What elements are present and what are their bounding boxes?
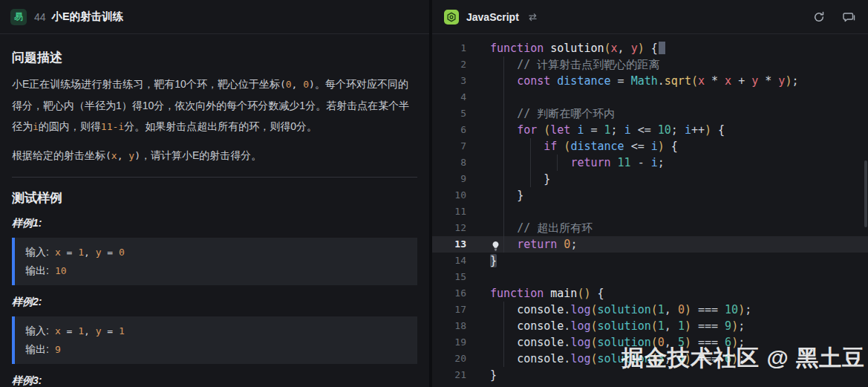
line-number: 6 <box>432 122 466 138</box>
code-row-5: 5 // 判断在哪个环内 <box>432 105 868 122</box>
sample-2-label: 样例2: <box>12 296 417 309</box>
code-line[interactable]: // 判断在哪个环内 <box>490 105 868 122</box>
difficulty-badge: 易 <box>10 9 27 25</box>
line-number: 14 <box>432 253 466 269</box>
editor-header: JavaScript <box>432 0 868 34</box>
problem-title: 小E的射击训练 <box>52 10 124 24</box>
sample-1-output: 输出:10 <box>25 261 407 280</box>
reset-code-icon[interactable] <box>810 8 828 26</box>
code-row-9: 9 } <box>432 171 868 187</box>
code-row-10: 10 } <box>432 187 868 204</box>
line-number: 16 <box>432 285 466 302</box>
description-heading: 问题描述 <box>12 49 417 66</box>
sample-2-input: 输入:x = 1, y = 1 <box>25 322 407 340</box>
sample-2-block: 输入:x = 1, y = 1 输出:9 <box>12 316 417 364</box>
javascript-icon <box>444 10 459 25</box>
line-number: 12 <box>432 220 466 236</box>
line-number: 15 <box>432 269 466 285</box>
code-line[interactable]: console.log(solution(1, 0) === 10); <box>490 302 868 318</box>
description-paragraph-2: 根据给定的射击坐标(x, y)，请计算小E的射击得分。 <box>12 145 417 166</box>
problem-description-area: 问题描述 小E正在训练场进行射击练习，靶有10个环，靶心位于坐标(0, 0)。每… <box>0 34 429 387</box>
code-row-4: 4 <box>432 89 868 105</box>
code-line[interactable] <box>490 89 868 105</box>
code-row-17: 17 console.log(solution(1, 0) === 10); <box>432 302 868 318</box>
code-row-11: 11 <box>432 204 868 220</box>
code-row-21: 21} <box>432 367 868 383</box>
editor-panel: JavaScript <box>432 0 868 387</box>
code-row-16: 16function main() { <box>432 285 868 302</box>
code-line[interactable]: } <box>490 253 868 269</box>
line-number: 17 <box>432 302 466 318</box>
line-number: 10 <box>432 187 466 204</box>
problem-header: 易 44 小E的射击训练 <box>0 0 429 34</box>
line-number: 7 <box>432 138 466 155</box>
sample-2-output: 输出:9 <box>25 340 407 359</box>
code-row-6: 6 for (let i = 1; i <= 10; i++) { <box>432 122 868 138</box>
section-divider <box>12 177 417 178</box>
code-line[interactable]: console.log(solution(3, 4) === 6); <box>490 351 868 367</box>
code-editor[interactable]: 1function solution(x, y) {2 // 计算射击点到靶心的… <box>432 34 868 387</box>
code-line[interactable]: } <box>490 367 868 383</box>
code-line[interactable]: console.log(solution(1, 1) === 9); <box>490 318 868 334</box>
code-row-13: 13 return 0; <box>432 236 868 253</box>
code-row-7: 7 if (distance <= i) { <box>432 138 868 155</box>
code-line[interactable] <box>490 269 868 285</box>
line-number: 3 <box>432 73 466 89</box>
language-selector[interactable]: JavaScript <box>466 11 519 23</box>
code-line[interactable]: function main() { <box>490 285 868 302</box>
code-row-8: 8 return 11 - i; <box>432 155 868 171</box>
line-number: 4 <box>432 89 466 105</box>
code-line[interactable]: const distance = Math.sqrt(x * x + y * y… <box>490 73 868 89</box>
code-row-12: 12 // 超出所有环 <box>432 220 868 236</box>
samples-heading: 测试样例 <box>12 189 417 206</box>
line-number: 19 <box>432 334 466 351</box>
line-number: 21 <box>432 367 466 383</box>
line-number: 11 <box>432 204 466 220</box>
sample-1-input: 输入:x = 1, y = 0 <box>25 243 407 261</box>
code-line[interactable]: function solution(x, y) { <box>490 40 868 56</box>
code-line[interactable]: return 0; <box>490 236 868 253</box>
sample-1-label: 样例1: <box>12 217 417 230</box>
code-row-15: 15 <box>432 269 868 285</box>
problem-number: 44 <box>34 11 46 23</box>
code-line[interactable]: } <box>490 171 868 187</box>
line-number: 2 <box>432 56 466 73</box>
code-row-2: 2 // 计算射击点到靶心的距离 <box>432 56 868 73</box>
code-line[interactable]: if (distance <= i) { <box>490 138 868 155</box>
description-paragraph-1: 小E正在训练场进行射击练习，靶有10个环，靶心位于坐标(0, 0)。每个环对应不… <box>12 74 417 137</box>
code-row-3: 3 const distance = Math.sqrt(x * x + y *… <box>432 73 868 89</box>
line-number: 9 <box>432 171 466 187</box>
code-line[interactable]: for (let i = 1; i <= 10; i++) { <box>490 122 868 138</box>
sample-3-label: 样例3: <box>12 374 417 387</box>
line-number: 13 <box>432 236 466 253</box>
line-number: 18 <box>432 318 466 334</box>
code-line[interactable]: // 超出所有环 <box>490 220 868 236</box>
editor-scrollbar[interactable] <box>864 160 867 227</box>
code-row-14: 14} <box>432 253 868 269</box>
feedback-comment-icon[interactable] <box>840 8 858 26</box>
switch-language-icon[interactable] <box>528 13 538 22</box>
code-row-18: 18 console.log(solution(1, 1) === 9); <box>432 318 868 334</box>
code-line[interactable] <box>490 204 868 220</box>
line-number: 5 <box>432 105 466 122</box>
code-action-lightbulb-icon[interactable] <box>491 239 500 250</box>
code-line[interactable]: } <box>490 187 868 204</box>
line-number: 20 <box>432 351 466 367</box>
problem-panel: 易 44 小E的射击训练 问题描述 小E正在训练场进行射击练习，靶有10个环，靶… <box>0 0 432 387</box>
line-number: 8 <box>432 155 466 171</box>
sample-1-block: 输入:x = 1, y = 0 输出:10 <box>12 238 417 285</box>
code-line[interactable]: return 11 - i; <box>490 155 868 171</box>
code-line[interactable]: console.log(solution(0, 5) === 6); <box>490 334 868 351</box>
code-row-20: 20 console.log(solution(3, 4) === 6); <box>432 351 868 367</box>
line-number: 1 <box>432 40 466 56</box>
code-row-1: 1function solution(x, y) { <box>432 40 868 56</box>
code-line[interactable]: // 计算射击点到靶心的距离 <box>490 56 868 73</box>
code-row-19: 19 console.log(solution(0, 5) === 6); <box>432 334 868 351</box>
app-window: 易 44 小E的射击训练 问题描述 小E正在训练场进行射击练习，靶有10个环，靶… <box>0 0 868 387</box>
